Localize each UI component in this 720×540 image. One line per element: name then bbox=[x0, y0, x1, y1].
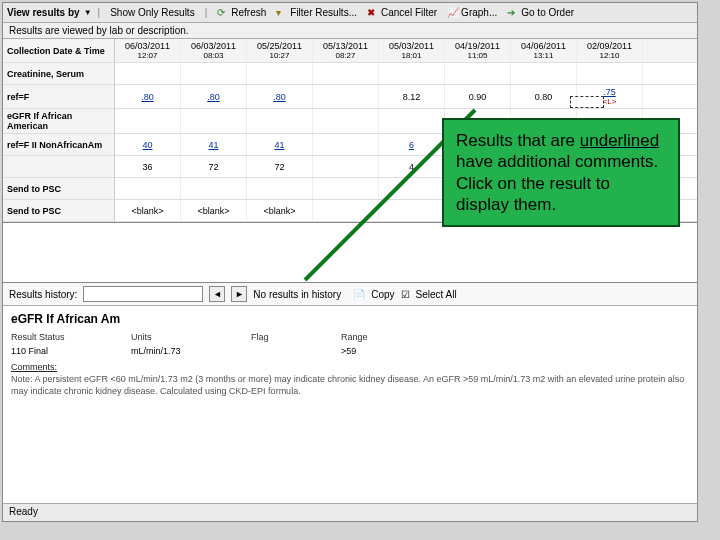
comments-section: Comments: Note: A persistent eGFR <60 mL… bbox=[3, 356, 697, 403]
row-label: Send to PSC bbox=[3, 178, 115, 199]
val-result-status: 110 Final bbox=[11, 346, 101, 356]
result-cell bbox=[313, 178, 379, 199]
row-label bbox=[3, 156, 115, 177]
result-cell bbox=[247, 178, 313, 199]
result-cell bbox=[115, 63, 181, 84]
row-label: eGFR If African American bbox=[3, 109, 115, 133]
select-all-icon[interactable]: ☑ bbox=[401, 289, 410, 300]
result-cell bbox=[379, 109, 445, 133]
result-cell bbox=[181, 63, 247, 84]
row-label: Creatinine, Serum bbox=[3, 63, 115, 84]
result-cell bbox=[115, 109, 181, 133]
view-results-by-label: View results by bbox=[7, 7, 80, 18]
result-cell bbox=[313, 109, 379, 133]
detail-grid: Result Status Units Flag Range 110 Final… bbox=[3, 332, 697, 356]
result-cell[interactable]: 41 bbox=[181, 134, 247, 155]
col-result-status: Result Status bbox=[11, 332, 101, 342]
result-cell bbox=[181, 178, 247, 199]
val-range: >59 bbox=[341, 346, 401, 356]
history-bar: Results history: ◄ ► No results in histo… bbox=[3, 283, 697, 306]
result-cell[interactable]: .80 bbox=[115, 85, 181, 108]
row-label: ref=F bbox=[3, 85, 115, 108]
date-header-cell: 02/09/201112:10 bbox=[577, 39, 643, 62]
arrow-right-icon: ➔ bbox=[507, 7, 519, 19]
val-units: mL/min/1.73 bbox=[131, 346, 221, 356]
history-label: Results history: bbox=[9, 289, 77, 300]
dropdown-icon[interactable]: ▼ bbox=[84, 8, 92, 17]
no-results-label: No results in history bbox=[253, 289, 341, 300]
col-range: Range bbox=[341, 332, 401, 342]
annotation-callout: Results that are underlined have additio… bbox=[442, 118, 680, 227]
date-header-cell: 05/13/201108:27 bbox=[313, 39, 379, 62]
result-cell: 36 bbox=[115, 156, 181, 177]
date-header-cell: 05/25/201110:27 bbox=[247, 39, 313, 62]
copy-icon[interactable]: 📄 bbox=[353, 289, 365, 300]
dates-label: Collection Date & Time bbox=[3, 39, 115, 62]
result-cell bbox=[313, 134, 379, 155]
detail-title: eGFR If African Am bbox=[3, 306, 697, 328]
result-cell[interactable]: 40 bbox=[115, 134, 181, 155]
result-cell bbox=[313, 200, 379, 221]
history-prev-button[interactable]: ◄ bbox=[209, 286, 225, 302]
result-cell[interactable]: .80 bbox=[181, 85, 247, 108]
history-select[interactable] bbox=[83, 286, 203, 302]
history-next-button[interactable]: ► bbox=[231, 286, 247, 302]
date-header-cell: 05/03/201118:01 bbox=[379, 39, 445, 62]
app-window: View results by ▼ | Show Only Results | … bbox=[2, 2, 698, 522]
result-cell bbox=[181, 109, 247, 133]
comments-body: Note: A persistent eGFR <60 mL/min/1.73 … bbox=[11, 374, 689, 397]
graph-icon: 📈 bbox=[447, 7, 459, 19]
date-header-cell: 04/06/201113:11 bbox=[511, 39, 577, 62]
result-cell: <blank> bbox=[247, 200, 313, 221]
result-cell: 0.80 bbox=[511, 85, 577, 108]
filter-icon: ▾ bbox=[276, 7, 288, 19]
result-cell bbox=[115, 178, 181, 199]
result-cell[interactable]: .75<L> bbox=[577, 85, 643, 108]
result-cell[interactable]: 41 bbox=[247, 134, 313, 155]
result-cell bbox=[313, 156, 379, 177]
result-cell: 72 bbox=[181, 156, 247, 177]
cancel-icon: ✖ bbox=[367, 7, 379, 19]
filter-results-button[interactable]: ▾ Filter Results... bbox=[272, 6, 361, 20]
date-header-cell: 06/03/201108:03 bbox=[181, 39, 247, 62]
result-cell bbox=[247, 63, 313, 84]
result-cell[interactable]: 6 bbox=[379, 134, 445, 155]
col-units: Units bbox=[131, 332, 221, 342]
row-label: ref=F II NonAfricanAm bbox=[3, 134, 115, 155]
grid-header-row: Collection Date & Time 06/03/201112:0706… bbox=[3, 39, 697, 63]
cancel-filter-button[interactable]: ✖ Cancel Filter bbox=[363, 6, 441, 20]
date-header-cell: 04/19/201111:05 bbox=[445, 39, 511, 62]
subheader: Results are viewed by lab or description… bbox=[3, 23, 697, 39]
val-flag bbox=[251, 346, 311, 356]
result-cell: <blank> bbox=[181, 200, 247, 221]
result-cell: 72 bbox=[247, 156, 313, 177]
comments-label: Comments: bbox=[11, 362, 689, 372]
graph-button[interactable]: 📈 Graph... bbox=[443, 6, 501, 20]
result-cell bbox=[247, 109, 313, 133]
refresh-icon: ⟳ bbox=[217, 7, 229, 19]
go-to-order-button[interactable]: ➔ Go to Order bbox=[503, 6, 578, 20]
table-row: Creatinine, Serum bbox=[3, 63, 697, 85]
refresh-button[interactable]: ⟳ Refresh bbox=[213, 6, 270, 20]
show-only-results-button[interactable]: Show Only Results bbox=[106, 6, 198, 19]
result-cell: 4 bbox=[379, 156, 445, 177]
result-cell bbox=[379, 200, 445, 221]
status-text: Ready bbox=[9, 506, 38, 517]
col-flag: Flag bbox=[251, 332, 311, 342]
result-cell bbox=[313, 63, 379, 84]
copy-button[interactable]: Copy bbox=[371, 289, 394, 300]
table-row: ref=F.80.80.808.120.900.80.75<L> bbox=[3, 85, 697, 109]
result-cell bbox=[379, 63, 445, 84]
result-cell bbox=[313, 85, 379, 108]
row-label: Send to PSC bbox=[3, 200, 115, 221]
result-cell bbox=[577, 63, 643, 84]
date-header-cell: 06/03/201112:07 bbox=[115, 39, 181, 62]
status-bar: Ready bbox=[3, 503, 697, 521]
result-cell[interactable]: .80 bbox=[247, 85, 313, 108]
result-cell bbox=[379, 178, 445, 199]
result-cell bbox=[511, 63, 577, 84]
select-all-button[interactable]: Select All bbox=[416, 289, 457, 300]
result-cell bbox=[445, 63, 511, 84]
separator: | bbox=[98, 7, 101, 18]
result-cell: 8.12 bbox=[379, 85, 445, 108]
